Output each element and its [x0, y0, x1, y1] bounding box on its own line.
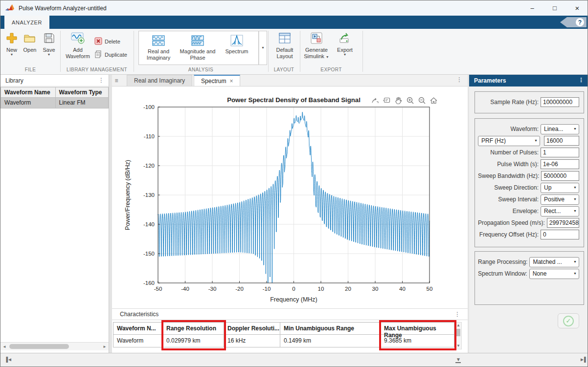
select-value: Positive [544, 196, 573, 203]
library-table-row[interactable]: WaveformLinear FM [0, 98, 109, 108]
pan-icon[interactable] [394, 96, 403, 105]
parameter-select[interactable]: None▼ [529, 269, 579, 279]
waveform-parameters-group: Waveform:Linea...▼PRF (Hz)▼16000Number o… [475, 118, 584, 247]
parameter-input[interactable]: 0 [541, 230, 579, 239]
close-button[interactable]: × [566, 0, 588, 16]
parameter-input[interactable]: 100000000 [541, 97, 579, 107]
parameter-select[interactable]: Matched ...▼ [529, 257, 579, 267]
characteristics-kebab-icon[interactable]: ⋮ [454, 311, 461, 319]
table-cell: Waveform [0, 98, 56, 108]
export-plot-icon[interactable] [371, 96, 379, 105]
duplicate-button[interactable]: Duplicate [94, 50, 127, 60]
processing-group: Range Processing:Matched ...▼Spectrum Wi… [475, 251, 584, 305]
characteristics-vscroll-thumb[interactable] [456, 329, 460, 336]
parameter-label: Sweep Interval: [478, 196, 541, 203]
save-button[interactable]: Save ▼ [40, 31, 58, 56]
spectrum-button[interactable]: Spectrum [217, 31, 256, 65]
select-value: Up [544, 184, 573, 191]
table-cell: 16 kHz [224, 335, 280, 347]
parameter-row: Envelope:Rect...▼ [475, 205, 584, 217]
export-caret[interactable]: ▼ [343, 53, 347, 56]
library-menu-kebab-icon[interactable]: ⋮ [98, 77, 105, 85]
x-tick-label: -50 [154, 286, 162, 292]
magnitude-and-phase-button[interactable]: Magnitude and Phase [178, 31, 217, 65]
analysis-gallery-dropdown[interactable]: ▼ [259, 31, 267, 65]
zoom-out-icon[interactable] [418, 96, 426, 105]
x-tick-label: -40 [181, 286, 189, 292]
ribbon-tab-analyzer[interactable]: ANALYZER [4, 16, 49, 29]
scroll-up-icon[interactable]: ▲ [456, 323, 460, 327]
default-layout-button[interactable]: Default Layout [271, 31, 299, 60]
new-dropdown-caret[interactable]: ▼ [10, 53, 14, 56]
home-icon[interactable] [430, 96, 438, 105]
generate-simulink-button[interactable]: Generate Simulink ▼ [302, 31, 331, 60]
parameter-input[interactable]: 1e-06 [541, 159, 579, 169]
tab-real-and-imaginary[interactable]: Real and Imaginary [127, 75, 192, 86]
new-button[interactable]: New ▼ [3, 31, 20, 56]
table-cell: 9.3685 km [381, 335, 454, 347]
prf-select[interactable]: PRF (Hz)▼ [478, 136, 540, 146]
select-value: Matched ... [533, 259, 573, 265]
library-hscrollbar[interactable]: ◄ ► [0, 342, 109, 350]
delete-button[interactable]: Delete [94, 37, 120, 46]
section-label-analysis: ANALYSIS [134, 67, 268, 72]
parameters-panel: Parameters ⋮ Sample Rate (Hz):100000000 … [469, 75, 588, 353]
column-header: Waveform Type [56, 87, 109, 98]
chevron-down-icon: ▼ [573, 198, 577, 201]
y-tick-label: -150 [143, 251, 155, 257]
scroll-right-icon[interactable]: ► [103, 345, 107, 349]
tab-close-icon[interactable]: × [229, 78, 233, 85]
section-divider [134, 31, 134, 72]
zoom-in-icon[interactable] [406, 96, 414, 105]
save-dropdown-caret[interactable]: ▼ [47, 53, 51, 56]
column-header: Range Resolution [163, 322, 224, 335]
parameter-select[interactable]: Linea...▼ [541, 124, 579, 134]
real-and-imaginary-icon [152, 34, 165, 47]
section-label-export: EXPORT [300, 67, 362, 72]
y-tick-label: -140 [143, 221, 155, 227]
duplicate-icon [94, 50, 102, 59]
tabbar-kebab-icon[interactable]: ⋮ [456, 76, 463, 84]
parameter-label: Pulse Width (s): [478, 161, 541, 168]
collapse-right-icon[interactable]: ►▌ [580, 357, 587, 362]
tab-list-icon[interactable]: ≡ [112, 75, 121, 86]
help-button[interactable]: ? [576, 18, 584, 26]
parameter-input[interactable]: 16000 [544, 136, 579, 146]
minimize-button[interactable]: – [521, 0, 543, 16]
collapse-left-icon[interactable]: ▐◄ [4, 357, 12, 362]
maximize-button[interactable]: □ [543, 0, 566, 16]
parameter-input[interactable]: 1 [541, 148, 579, 157]
add-waveform-button[interactable]: Add Waveform [63, 31, 92, 60]
collapse-bottom-icon[interactable]: ▼ [455, 357, 461, 363]
export-button[interactable]: Export ▼ [333, 31, 357, 56]
scroll-down-icon[interactable]: ▼ [456, 344, 460, 348]
select-value: None [533, 270, 573, 277]
parameter-label: Envelope: [478, 208, 541, 215]
characteristics-vscrollbar[interactable]: ▲ ▼ [454, 322, 462, 349]
section-divider [268, 31, 269, 72]
library-panel-header: Library ⋮ [0, 75, 109, 86]
real-and-imaginary-button[interactable]: Real and Imaginary [139, 31, 178, 65]
tab-spectrum[interactable]: Spectrum × [194, 75, 240, 86]
scroll-left-icon[interactable]: ◄ [2, 345, 6, 349]
analysis-gallery: Real and Imaginary Magnitude and Phase S… [138, 31, 259, 65]
parameter-select[interactable]: Up▼ [541, 183, 579, 193]
parameter-select[interactable]: Positive▼ [541, 194, 579, 205]
generate-simulink-caret[interactable]: ▼ [326, 55, 329, 59]
plot-canvas[interactable]: -50-40-30-20-1001020304050-160-150-140-1… [112, 86, 468, 308]
parameters-kebab-icon[interactable]: ⋮ [578, 77, 585, 85]
parameter-label: Frequency Offset (Hz): [478, 231, 541, 238]
parameter-select[interactable]: Rect...▼ [541, 206, 579, 216]
apply-button[interactable]: ✓ [558, 313, 579, 328]
parameter-input[interactable]: 299792458 [547, 218, 579, 228]
parameter-row: Sweep Bandwidth (Hz):5000000 [475, 170, 584, 182]
characteristics-row[interactable]: Waveform0.029979 km16 kHz0.1499 km9.3685… [113, 335, 454, 347]
section-divider [362, 31, 363, 72]
parameter-row: Waveform:Linea...▼ [475, 123, 584, 135]
x-axis-label: Frequency (MHz) [270, 296, 317, 303]
parameter-input[interactable]: 5000000 [541, 171, 579, 181]
open-button[interactable]: Open [21, 31, 39, 53]
spectrum-plot[interactable]: -50-40-30-20-1001020304050-160-150-140-1… [112, 86, 468, 308]
datatip-icon[interactable] [383, 96, 391, 105]
library-hscroll-thumb[interactable] [9, 344, 69, 349]
